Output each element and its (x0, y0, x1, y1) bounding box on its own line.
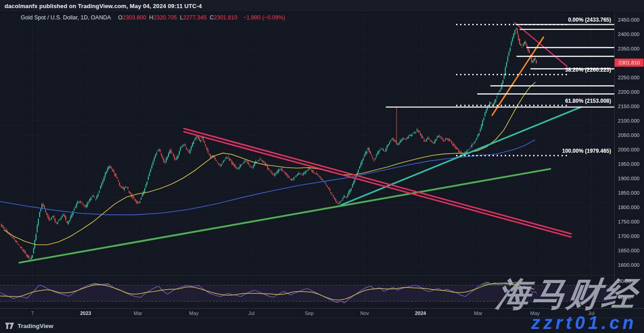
time-axis-label: 2023 (72, 310, 99, 316)
price-axis-label: 1700.000 (618, 233, 639, 239)
price-axis-label: 2250.000 (618, 74, 639, 81)
price-axis-label: 2400.000 (618, 31, 639, 37)
time-axis-label: 7 (19, 310, 46, 316)
grid-lines (0, 13, 614, 308)
price-axis-label: 2000.000 (618, 146, 639, 153)
ohlc-value: 2303.800 (123, 14, 146, 21)
change-value: −1.990 (−0.09%) (243, 14, 285, 21)
ohlc-value: 2277.345 (183, 14, 206, 21)
price-axis-label: 1650.000 (618, 247, 639, 254)
symbol-title: Gold Spot / U.S. Dollar, 1D, OANDA (21, 14, 111, 21)
time-axis-label: Nov (351, 310, 378, 316)
fib-level-label: 38.20% (2260.223) (565, 67, 611, 73)
price-axis-label: 2350.000 (618, 46, 639, 52)
price-axis-label: 1800.000 (618, 204, 639, 210)
ohlc-value: 2320.705 (153, 14, 177, 21)
time-axis-label: 2024 (407, 310, 434, 316)
tradingview-brand-text[interactable]: TradingView (18, 323, 53, 329)
publisher-text: dacolmanfx published on TradingView.com,… (0, 3, 202, 9)
price-axis-label: 1600.000 (618, 262, 639, 268)
price-axis-label: 1850.000 (618, 190, 639, 196)
price-chart-canvas[interactable]: 0.00% (2433.765)38.20% (2260.223)61.80% … (0, 12, 614, 308)
ohlc-value: 2301.810 (214, 14, 237, 21)
descending-channel-lower-pink[interactable] (184, 132, 571, 237)
price-axis-label: 2200.000 (618, 89, 639, 95)
ohlc-key: O (118, 14, 123, 21)
price-axis-label: 2150.000 (618, 103, 639, 109)
time-axis-label: Jul (238, 310, 265, 316)
price-axis[interactable]: 2301.810 2450.0002400.0002350.0002250.00… (614, 12, 644, 308)
ascending-support-green[interactable] (19, 169, 550, 263)
ohlc-key: H (149, 14, 153, 21)
fib-level-label: 61.80% (2153.008) (565, 98, 611, 104)
publisher-bar: dacolmanfx published on TradingView.com,… (0, 0, 644, 13)
horizontal-rays (386, 24, 614, 107)
time-axis-label: May (180, 310, 207, 316)
ohlc-values: O2303.800H2320.705L2277.345C2301.810 (115, 14, 237, 21)
fib-level-label: 0.00% (2433.765) (568, 17, 611, 23)
tradingview-chart-window: dacolmanfx published on TradingView.com,… (0, 0, 644, 333)
symbol-legend[interactable]: Gold Spot / U.S. Dollar, 1D, OANDA O2303… (21, 14, 285, 21)
time-axis-label: Mar (465, 310, 492, 316)
tradingview-logo-icon[interactable] (5, 323, 14, 329)
last-price-badge: 2301.810 (615, 59, 644, 67)
trendlines (19, 23, 581, 262)
price-axis-label: 1950.000 (618, 161, 639, 167)
watermark-cjk-text: 海马财经 (494, 276, 640, 312)
price-axis-label: 2100.000 (618, 118, 639, 124)
candlesticks (1, 27, 537, 261)
ohlc-key: C (210, 14, 214, 21)
fib-level-label: 100.00% (1979.465) (562, 148, 611, 154)
watermark-url-text: zzrt01.cn (531, 313, 637, 333)
price-axis-label: 1750.000 (618, 219, 639, 225)
time-axis-label: Sep (296, 310, 323, 316)
price-axis-label: 1900.000 (618, 175, 639, 182)
price-axis-label: 2450.000 (618, 17, 639, 23)
descending-channel-upper-pink[interactable] (184, 128, 571, 234)
price-axis-label: 2050.000 (618, 132, 639, 138)
time-axis-label: Mar (124, 310, 151, 316)
